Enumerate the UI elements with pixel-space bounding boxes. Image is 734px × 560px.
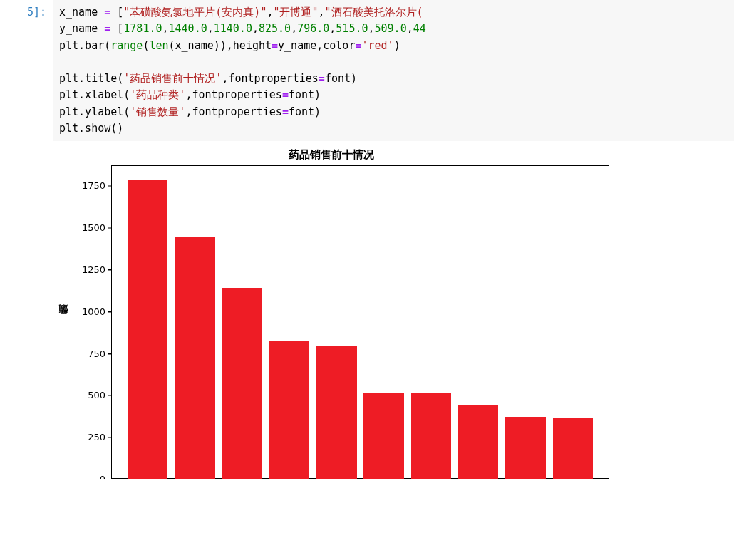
code-token: ,fontproperties (185, 88, 281, 101)
code-token: 796.0 (297, 22, 329, 35)
code-token: 1781.0 (123, 22, 162, 35)
code-token: [ (110, 22, 123, 35)
code-token: plt.xlabel( (59, 88, 130, 101)
code-token: = (282, 88, 289, 101)
code-token: font) (325, 72, 357, 85)
code-token: , (329, 22, 336, 35)
y-tick-label: 500 (88, 390, 105, 400)
code-token: plt.ylabel( (59, 105, 130, 118)
code-token: 1140.0 (214, 22, 252, 35)
code-token: ) (394, 39, 400, 52)
y-tick-label: 1750 (82, 180, 105, 191)
code-token: "酒石酸美托洛尔片( (325, 6, 423, 19)
code-token: , (407, 22, 413, 35)
code-token: '药品销售前十情况' (123, 72, 222, 85)
code-token: , (319, 6, 325, 19)
y-tick-label: 1250 (82, 264, 105, 274)
code-token: plt.bar( (59, 39, 110, 52)
code-token: x_name (59, 6, 104, 19)
code-token: y_name (59, 22, 104, 35)
y-tick-label: 250 (88, 432, 105, 442)
code-token: y_name,color (278, 39, 355, 52)
bar-chart: 药品销售前十情况 销售数量 02505007501000125015001750 (53, 148, 609, 479)
cell-prompt: 5]: (0, 0, 53, 141)
chart-bar (175, 237, 214, 479)
code-token: '销售数量' (130, 105, 185, 118)
y-tick-label: 0 (100, 474, 105, 479)
chart-bar (269, 341, 309, 479)
code-token: font) (289, 88, 321, 101)
chart-bar (505, 417, 545, 479)
chart-x-ticks (111, 475, 609, 479)
chart-bar (316, 346, 356, 479)
code-token: "开博通" (273, 6, 318, 19)
code-token: ,fontproperties (185, 105, 281, 118)
code-token: , (252, 22, 259, 35)
y-tick-label: 1500 (82, 222, 105, 233)
code-token: 515.0 (336, 22, 368, 35)
code-token: 'red' (361, 39, 393, 52)
code-token: (x_name)),height (169, 39, 272, 52)
y-tick-label: 750 (88, 348, 105, 358)
chart-bar (411, 393, 451, 479)
y-tick-label: 1000 (82, 306, 105, 316)
code-token: , (291, 22, 297, 35)
code-token: 825.0 (259, 22, 291, 35)
code-editor[interactable]: x_name = ["苯磺酸氨氯地平片(安内真)","开博通","酒石酸美托洛尔… (53, 0, 734, 141)
code-token: = (272, 39, 278, 52)
code-token: , (162, 22, 169, 35)
code-token: range (110, 39, 143, 52)
code-token: 509.0 (375, 22, 407, 35)
code-token: , (207, 22, 214, 35)
code-token: [ (110, 6, 123, 19)
code-token: 1440.0 (169, 22, 207, 35)
code-token: = (104, 6, 110, 19)
code-token: ,fontproperties (222, 72, 318, 85)
code-token: = (104, 22, 110, 35)
chart-title: 药品销售前十情况 (53, 148, 609, 162)
code-token: '药品种类' (130, 88, 185, 101)
code-token: = (319, 72, 325, 85)
chart-bar (458, 405, 498, 479)
code-token: plt.show() (59, 122, 123, 135)
code-token: , (368, 22, 375, 35)
chart-y-axis: 02505007501000125015001750 (72, 165, 111, 479)
code-token: font) (289, 105, 321, 118)
chart-bar (128, 180, 167, 479)
chart-plot-area (111, 165, 609, 479)
code-token: = (282, 105, 289, 118)
chart-ylabel: 销售数量 (53, 165, 72, 479)
code-token: plt.title( (59, 72, 123, 85)
code-token: 44 (413, 22, 426, 35)
chart-bar (553, 418, 593, 479)
chart-bar (222, 288, 262, 479)
code-cell: 5]: x_name = ["苯磺酸氨氯地平片(安内真)","开博通","酒石酸… (0, 0, 734, 141)
chart-bar (363, 393, 403, 479)
cell-output: 药品销售前十情况 销售数量 02505007501000125015001750 (0, 141, 734, 479)
chart-bars (111, 165, 609, 479)
code-token: "苯磺酸氨氯地平片(安内真)" (123, 6, 267, 19)
code-token: len (149, 39, 168, 52)
